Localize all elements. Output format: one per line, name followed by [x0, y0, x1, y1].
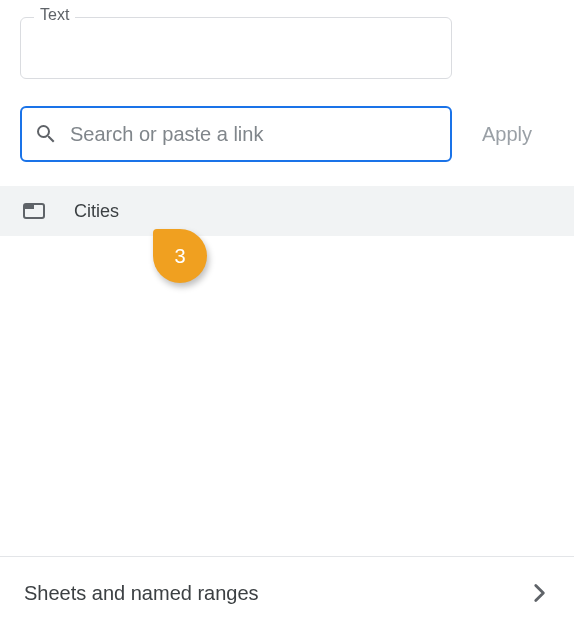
suggestion-row[interactable]: Cities	[0, 186, 574, 236]
suggestion-label: Cities	[74, 201, 119, 222]
text-field[interactable]: Text	[20, 17, 452, 79]
text-input[interactable]	[20, 17, 452, 79]
sheets-and-named-ranges-row[interactable]: Sheets and named ranges	[0, 557, 574, 629]
search-field[interactable]	[20, 106, 452, 162]
search-icon	[34, 122, 58, 146]
search-input[interactable]	[70, 123, 440, 146]
text-field-label: Text	[34, 6, 75, 24]
svg-rect-1	[24, 204, 34, 209]
sheet-tab-icon	[22, 199, 46, 223]
apply-button[interactable]: Apply	[478, 112, 536, 156]
step-marker: 3	[153, 229, 207, 283]
footer-label: Sheets and named ranges	[24, 582, 259, 605]
chevron-right-icon	[526, 580, 552, 606]
